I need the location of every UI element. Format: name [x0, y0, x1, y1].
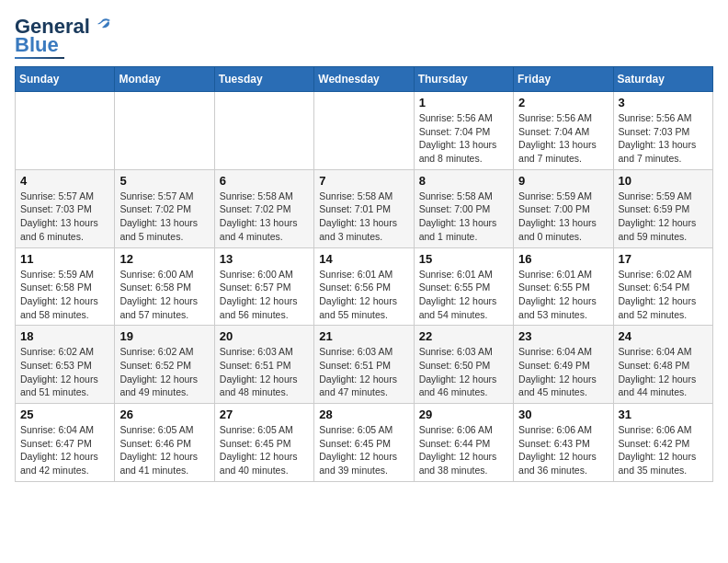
day-header-tuesday: Tuesday: [214, 67, 313, 92]
calendar-cell: 28Sunrise: 6:05 AM Sunset: 6:45 PM Dayli…: [314, 404, 414, 482]
day-info: Sunrise: 6:03 AM Sunset: 6:50 PM Dayligh…: [419, 345, 508, 399]
week-row-2: 4Sunrise: 5:57 AM Sunset: 7:03 PM Daylig…: [16, 169, 713, 247]
day-number: 29: [419, 408, 508, 421]
calendar-cell: [314, 92, 414, 170]
calendar-cell: 17Sunrise: 6:02 AM Sunset: 6:54 PM Dayli…: [613, 247, 712, 326]
day-number: 22: [419, 329, 508, 343]
day-number: 30: [518, 408, 608, 421]
day-info: Sunrise: 6:01 AM Sunset: 6:56 PM Dayligh…: [319, 268, 408, 322]
calendar-cell: 6Sunrise: 5:58 AM Sunset: 7:02 PM Daylig…: [214, 169, 313, 247]
logo-bird-icon: [92, 17, 112, 38]
calendar-cell: 18Sunrise: 6:02 AM Sunset: 6:53 PM Dayli…: [16, 326, 115, 404]
day-header-sunday: Sunday: [16, 67, 115, 92]
day-info: Sunrise: 5:59 AM Sunset: 6:58 PM Dayligh…: [20, 268, 109, 322]
day-header-thursday: Thursday: [414, 67, 513, 92]
calendar-cell: 12Sunrise: 6:00 AM Sunset: 6:58 PM Dayli…: [115, 247, 214, 326]
day-number: 16: [518, 252, 608, 266]
day-info: Sunrise: 5:58 AM Sunset: 7:02 PM Dayligh…: [220, 190, 309, 244]
calendar-cell: 29Sunrise: 6:06 AM Sunset: 6:44 PM Dayli…: [414, 404, 513, 482]
day-info: Sunrise: 6:04 AM Sunset: 6:47 PM Dayligh…: [20, 423, 109, 477]
logo-text-block: General Blue: [15, 15, 112, 59]
calendar-cell: 15Sunrise: 6:01 AM Sunset: 6:55 PM Dayli…: [414, 247, 513, 326]
day-info: Sunrise: 5:58 AM Sunset: 7:01 PM Dayligh…: [319, 190, 408, 244]
calendar-cell: 16Sunrise: 6:01 AM Sunset: 6:55 PM Dayli…: [514, 247, 613, 326]
calendar-cell: 13Sunrise: 6:00 AM Sunset: 6:57 PM Dayli…: [214, 247, 313, 326]
calendar-header-row: SundayMondayTuesdayWednesdayThursdayFrid…: [16, 67, 713, 92]
day-number: 25: [20, 408, 109, 421]
day-info: Sunrise: 6:02 AM Sunset: 6:53 PM Dayligh…: [20, 345, 109, 399]
day-number: 21: [319, 329, 408, 343]
calendar-cell: 4Sunrise: 5:57 AM Sunset: 7:03 PM Daylig…: [16, 169, 115, 247]
calendar-table: SundayMondayTuesdayWednesdayThursdayFrid…: [15, 66, 713, 482]
calendar-cell: 23Sunrise: 6:04 AM Sunset: 6:49 PM Dayli…: [514, 326, 613, 404]
calendar-cell: 31Sunrise: 6:06 AM Sunset: 6:42 PM Dayli…: [613, 404, 712, 482]
day-info: Sunrise: 5:56 AM Sunset: 7:04 PM Dayligh…: [419, 111, 508, 166]
day-number: 8: [419, 174, 508, 188]
day-info: Sunrise: 6:02 AM Sunset: 6:54 PM Dayligh…: [619, 268, 708, 322]
page-header: General Blue: [15, 15, 713, 59]
day-header-friday: Friday: [514, 67, 613, 92]
calendar-cell: 3Sunrise: 5:56 AM Sunset: 7:03 PM Daylig…: [613, 92, 712, 170]
logo-blue: Blue: [15, 35, 59, 55]
day-info: Sunrise: 6:06 AM Sunset: 6:44 PM Dayligh…: [419, 423, 508, 477]
day-number: 28: [319, 408, 408, 421]
calendar-cell: [115, 92, 214, 170]
calendar-cell: 1Sunrise: 5:56 AM Sunset: 7:04 PM Daylig…: [414, 92, 513, 170]
logo-divider: [15, 57, 64, 59]
day-info: Sunrise: 6:04 AM Sunset: 6:49 PM Dayligh…: [518, 345, 608, 399]
logo: General Blue: [15, 15, 112, 59]
day-number: 31: [619, 408, 708, 421]
day-info: Sunrise: 6:03 AM Sunset: 6:51 PM Dayligh…: [220, 345, 309, 399]
day-number: 1: [419, 96, 508, 109]
day-header-wednesday: Wednesday: [314, 67, 414, 92]
calendar-cell: 19Sunrise: 6:02 AM Sunset: 6:52 PM Dayli…: [115, 326, 214, 404]
week-row-3: 11Sunrise: 5:59 AM Sunset: 6:58 PM Dayli…: [16, 247, 713, 326]
day-header-monday: Monday: [115, 67, 214, 92]
calendar-cell: 8Sunrise: 5:58 AM Sunset: 7:00 PM Daylig…: [414, 169, 513, 247]
calendar-cell: 10Sunrise: 5:59 AM Sunset: 6:59 PM Dayli…: [613, 169, 712, 247]
day-number: 12: [119, 252, 209, 266]
calendar-cell: 24Sunrise: 6:04 AM Sunset: 6:48 PM Dayli…: [613, 326, 712, 404]
calendar-cell: 25Sunrise: 6:04 AM Sunset: 6:47 PM Dayli…: [16, 404, 115, 482]
day-number: 19: [119, 329, 209, 343]
calendar-cell: 7Sunrise: 5:58 AM Sunset: 7:01 PM Daylig…: [314, 169, 414, 247]
day-info: Sunrise: 6:05 AM Sunset: 6:46 PM Dayligh…: [119, 423, 209, 477]
calendar-cell: 11Sunrise: 5:59 AM Sunset: 6:58 PM Dayli…: [16, 247, 115, 326]
week-row-5: 25Sunrise: 6:04 AM Sunset: 6:47 PM Dayli…: [16, 404, 713, 482]
day-number: 9: [518, 174, 608, 188]
day-info: Sunrise: 6:05 AM Sunset: 6:45 PM Dayligh…: [220, 423, 309, 477]
day-number: 5: [119, 174, 209, 188]
day-info: Sunrise: 5:57 AM Sunset: 7:03 PM Dayligh…: [20, 190, 109, 244]
day-number: 6: [220, 174, 309, 188]
day-number: 20: [220, 329, 309, 343]
day-info: Sunrise: 6:00 AM Sunset: 6:57 PM Dayligh…: [220, 268, 309, 322]
day-info: Sunrise: 6:04 AM Sunset: 6:48 PM Dayligh…: [619, 345, 708, 399]
day-info: Sunrise: 5:56 AM Sunset: 7:03 PM Dayligh…: [619, 111, 708, 166]
day-info: Sunrise: 6:02 AM Sunset: 6:52 PM Dayligh…: [119, 345, 209, 399]
day-number: 13: [220, 252, 309, 266]
day-info: Sunrise: 6:03 AM Sunset: 6:51 PM Dayligh…: [319, 345, 408, 399]
day-info: Sunrise: 5:59 AM Sunset: 7:00 PM Dayligh…: [518, 190, 608, 244]
calendar-cell: 14Sunrise: 6:01 AM Sunset: 6:56 PM Dayli…: [314, 247, 414, 326]
day-number: 10: [619, 174, 708, 188]
day-number: 15: [419, 252, 508, 266]
day-number: 24: [619, 329, 708, 343]
day-number: 11: [20, 252, 109, 266]
day-info: Sunrise: 6:01 AM Sunset: 6:55 PM Dayligh…: [419, 268, 508, 322]
day-number: 18: [20, 329, 109, 343]
calendar-cell: 9Sunrise: 5:59 AM Sunset: 7:00 PM Daylig…: [514, 169, 613, 247]
calendar-cell: 20Sunrise: 6:03 AM Sunset: 6:51 PM Dayli…: [214, 326, 313, 404]
day-info: Sunrise: 5:58 AM Sunset: 7:00 PM Dayligh…: [419, 190, 508, 244]
day-number: 26: [119, 408, 209, 421]
day-number: 14: [319, 252, 408, 266]
day-number: 27: [220, 408, 309, 421]
day-info: Sunrise: 6:06 AM Sunset: 6:42 PM Dayligh…: [619, 423, 708, 477]
day-info: Sunrise: 5:56 AM Sunset: 7:04 AM Dayligh…: [518, 111, 608, 166]
day-info: Sunrise: 6:06 AM Sunset: 6:43 PM Dayligh…: [518, 423, 608, 477]
calendar-cell: [16, 92, 115, 170]
calendar-cell: 21Sunrise: 6:03 AM Sunset: 6:51 PM Dayli…: [314, 326, 414, 404]
day-number: 17: [619, 252, 708, 266]
week-row-4: 18Sunrise: 6:02 AM Sunset: 6:53 PM Dayli…: [16, 326, 713, 404]
calendar-cell: 2Sunrise: 5:56 AM Sunset: 7:04 AM Daylig…: [514, 92, 613, 170]
day-number: 4: [20, 174, 109, 188]
